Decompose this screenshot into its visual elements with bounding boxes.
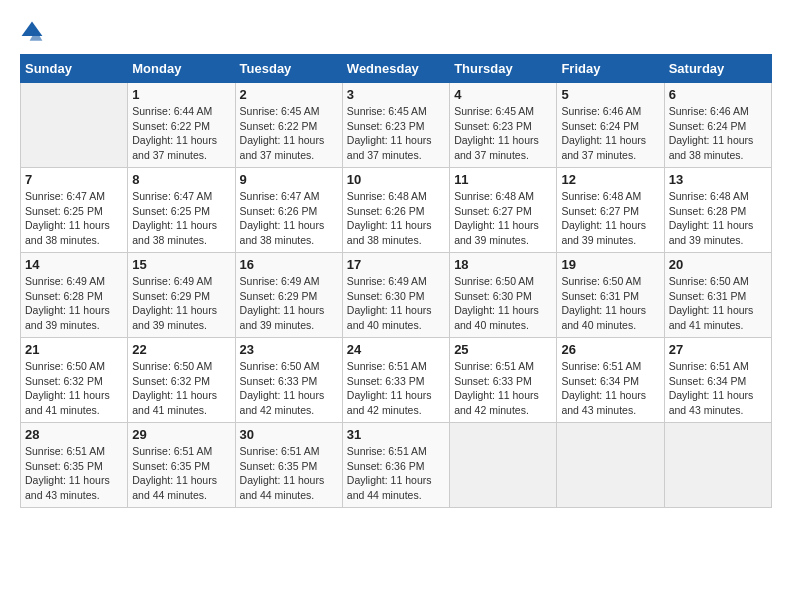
day-info: Sunrise: 6:51 AM Sunset: 6:33 PM Dayligh… xyxy=(454,359,552,418)
day-cell: 8Sunrise: 6:47 AM Sunset: 6:25 PM Daylig… xyxy=(128,168,235,253)
day-cell xyxy=(450,423,557,508)
day-cell: 11Sunrise: 6:48 AM Sunset: 6:27 PM Dayli… xyxy=(450,168,557,253)
day-info: Sunrise: 6:51 AM Sunset: 6:34 PM Dayligh… xyxy=(669,359,767,418)
weekday-header-sunday: Sunday xyxy=(21,55,128,83)
day-number: 8 xyxy=(132,172,230,187)
day-cell: 6Sunrise: 6:46 AM Sunset: 6:24 PM Daylig… xyxy=(664,83,771,168)
day-info: Sunrise: 6:50 AM Sunset: 6:30 PM Dayligh… xyxy=(454,274,552,333)
day-cell xyxy=(557,423,664,508)
calendar-table: SundayMondayTuesdayWednesdayThursdayFrid… xyxy=(20,54,772,508)
day-number: 19 xyxy=(561,257,659,272)
page-header xyxy=(20,20,772,44)
day-info: Sunrise: 6:51 AM Sunset: 6:35 PM Dayligh… xyxy=(132,444,230,503)
day-number: 7 xyxy=(25,172,123,187)
day-number: 12 xyxy=(561,172,659,187)
day-cell: 15Sunrise: 6:49 AM Sunset: 6:29 PM Dayli… xyxy=(128,253,235,338)
day-info: Sunrise: 6:45 AM Sunset: 6:22 PM Dayligh… xyxy=(240,104,338,163)
logo xyxy=(20,20,48,44)
weekday-header-wednesday: Wednesday xyxy=(342,55,449,83)
day-number: 11 xyxy=(454,172,552,187)
day-cell: 2Sunrise: 6:45 AM Sunset: 6:22 PM Daylig… xyxy=(235,83,342,168)
day-cell: 29Sunrise: 6:51 AM Sunset: 6:35 PM Dayli… xyxy=(128,423,235,508)
day-cell: 14Sunrise: 6:49 AM Sunset: 6:28 PM Dayli… xyxy=(21,253,128,338)
day-number: 29 xyxy=(132,427,230,442)
day-number: 31 xyxy=(347,427,445,442)
day-cell: 25Sunrise: 6:51 AM Sunset: 6:33 PM Dayli… xyxy=(450,338,557,423)
day-cell xyxy=(664,423,771,508)
day-info: Sunrise: 6:51 AM Sunset: 6:34 PM Dayligh… xyxy=(561,359,659,418)
week-row-4: 21Sunrise: 6:50 AM Sunset: 6:32 PM Dayli… xyxy=(21,338,772,423)
day-cell: 7Sunrise: 6:47 AM Sunset: 6:25 PM Daylig… xyxy=(21,168,128,253)
day-cell: 27Sunrise: 6:51 AM Sunset: 6:34 PM Dayli… xyxy=(664,338,771,423)
day-info: Sunrise: 6:46 AM Sunset: 6:24 PM Dayligh… xyxy=(669,104,767,163)
day-number: 21 xyxy=(25,342,123,357)
day-cell: 9Sunrise: 6:47 AM Sunset: 6:26 PM Daylig… xyxy=(235,168,342,253)
day-info: Sunrise: 6:49 AM Sunset: 6:30 PM Dayligh… xyxy=(347,274,445,333)
day-info: Sunrise: 6:48 AM Sunset: 6:27 PM Dayligh… xyxy=(561,189,659,248)
day-number: 30 xyxy=(240,427,338,442)
week-row-2: 7Sunrise: 6:47 AM Sunset: 6:25 PM Daylig… xyxy=(21,168,772,253)
weekday-header-saturday: Saturday xyxy=(664,55,771,83)
day-number: 24 xyxy=(347,342,445,357)
day-number: 5 xyxy=(561,87,659,102)
day-info: Sunrise: 6:48 AM Sunset: 6:27 PM Dayligh… xyxy=(454,189,552,248)
day-info: Sunrise: 6:51 AM Sunset: 6:36 PM Dayligh… xyxy=(347,444,445,503)
day-info: Sunrise: 6:49 AM Sunset: 6:29 PM Dayligh… xyxy=(132,274,230,333)
day-cell: 5Sunrise: 6:46 AM Sunset: 6:24 PM Daylig… xyxy=(557,83,664,168)
day-info: Sunrise: 6:44 AM Sunset: 6:22 PM Dayligh… xyxy=(132,104,230,163)
day-number: 20 xyxy=(669,257,767,272)
day-info: Sunrise: 6:47 AM Sunset: 6:25 PM Dayligh… xyxy=(132,189,230,248)
day-cell: 4Sunrise: 6:45 AM Sunset: 6:23 PM Daylig… xyxy=(450,83,557,168)
day-cell: 1Sunrise: 6:44 AM Sunset: 6:22 PM Daylig… xyxy=(128,83,235,168)
day-number: 25 xyxy=(454,342,552,357)
day-number: 18 xyxy=(454,257,552,272)
day-cell: 26Sunrise: 6:51 AM Sunset: 6:34 PM Dayli… xyxy=(557,338,664,423)
day-cell: 3Sunrise: 6:45 AM Sunset: 6:23 PM Daylig… xyxy=(342,83,449,168)
day-number: 15 xyxy=(132,257,230,272)
day-number: 28 xyxy=(25,427,123,442)
day-info: Sunrise: 6:45 AM Sunset: 6:23 PM Dayligh… xyxy=(347,104,445,163)
day-info: Sunrise: 6:50 AM Sunset: 6:32 PM Dayligh… xyxy=(25,359,123,418)
day-cell: 24Sunrise: 6:51 AM Sunset: 6:33 PM Dayli… xyxy=(342,338,449,423)
day-cell: 20Sunrise: 6:50 AM Sunset: 6:31 PM Dayli… xyxy=(664,253,771,338)
day-cell: 23Sunrise: 6:50 AM Sunset: 6:33 PM Dayli… xyxy=(235,338,342,423)
weekday-header-thursday: Thursday xyxy=(450,55,557,83)
day-cell: 21Sunrise: 6:50 AM Sunset: 6:32 PM Dayli… xyxy=(21,338,128,423)
day-number: 14 xyxy=(25,257,123,272)
day-number: 4 xyxy=(454,87,552,102)
day-info: Sunrise: 6:48 AM Sunset: 6:26 PM Dayligh… xyxy=(347,189,445,248)
day-cell: 16Sunrise: 6:49 AM Sunset: 6:29 PM Dayli… xyxy=(235,253,342,338)
day-info: Sunrise: 6:50 AM Sunset: 6:32 PM Dayligh… xyxy=(132,359,230,418)
day-info: Sunrise: 6:47 AM Sunset: 6:25 PM Dayligh… xyxy=(25,189,123,248)
day-info: Sunrise: 6:47 AM Sunset: 6:26 PM Dayligh… xyxy=(240,189,338,248)
weekday-header-row: SundayMondayTuesdayWednesdayThursdayFrid… xyxy=(21,55,772,83)
day-cell: 31Sunrise: 6:51 AM Sunset: 6:36 PM Dayli… xyxy=(342,423,449,508)
logo-icon xyxy=(20,20,44,44)
day-cell: 28Sunrise: 6:51 AM Sunset: 6:35 PM Dayli… xyxy=(21,423,128,508)
day-number: 1 xyxy=(132,87,230,102)
week-row-5: 28Sunrise: 6:51 AM Sunset: 6:35 PM Dayli… xyxy=(21,423,772,508)
day-info: Sunrise: 6:50 AM Sunset: 6:33 PM Dayligh… xyxy=(240,359,338,418)
weekday-header-tuesday: Tuesday xyxy=(235,55,342,83)
day-info: Sunrise: 6:50 AM Sunset: 6:31 PM Dayligh… xyxy=(561,274,659,333)
weekday-header-monday: Monday xyxy=(128,55,235,83)
day-number: 22 xyxy=(132,342,230,357)
day-number: 10 xyxy=(347,172,445,187)
day-cell: 12Sunrise: 6:48 AM Sunset: 6:27 PM Dayli… xyxy=(557,168,664,253)
week-row-1: 1Sunrise: 6:44 AM Sunset: 6:22 PM Daylig… xyxy=(21,83,772,168)
day-number: 27 xyxy=(669,342,767,357)
day-cell: 22Sunrise: 6:50 AM Sunset: 6:32 PM Dayli… xyxy=(128,338,235,423)
day-info: Sunrise: 6:48 AM Sunset: 6:28 PM Dayligh… xyxy=(669,189,767,248)
day-info: Sunrise: 6:45 AM Sunset: 6:23 PM Dayligh… xyxy=(454,104,552,163)
day-cell: 17Sunrise: 6:49 AM Sunset: 6:30 PM Dayli… xyxy=(342,253,449,338)
day-cell: 13Sunrise: 6:48 AM Sunset: 6:28 PM Dayli… xyxy=(664,168,771,253)
day-number: 9 xyxy=(240,172,338,187)
day-info: Sunrise: 6:49 AM Sunset: 6:28 PM Dayligh… xyxy=(25,274,123,333)
day-info: Sunrise: 6:51 AM Sunset: 6:35 PM Dayligh… xyxy=(240,444,338,503)
day-number: 2 xyxy=(240,87,338,102)
day-info: Sunrise: 6:50 AM Sunset: 6:31 PM Dayligh… xyxy=(669,274,767,333)
day-cell: 18Sunrise: 6:50 AM Sunset: 6:30 PM Dayli… xyxy=(450,253,557,338)
day-number: 13 xyxy=(669,172,767,187)
day-cell: 10Sunrise: 6:48 AM Sunset: 6:26 PM Dayli… xyxy=(342,168,449,253)
day-number: 6 xyxy=(669,87,767,102)
